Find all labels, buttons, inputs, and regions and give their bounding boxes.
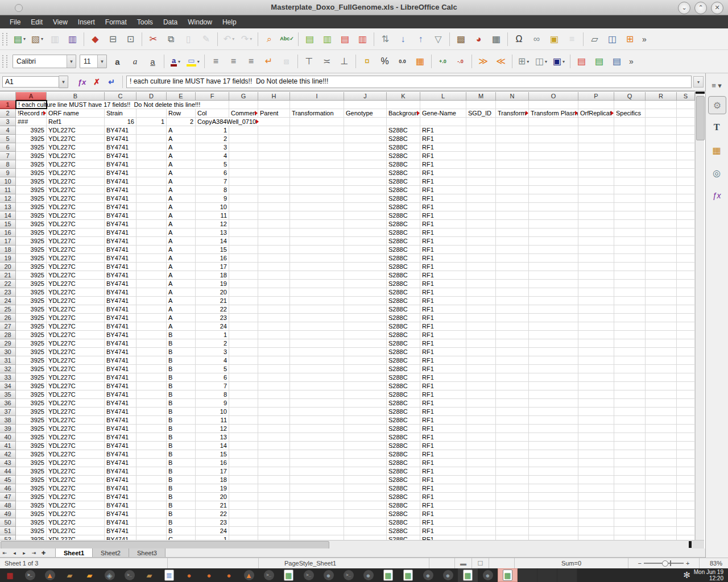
cell-K19[interactable]: S288C xyxy=(387,254,420,263)
cell-B36[interactable]: YDL227C xyxy=(47,399,105,408)
cell-O4[interactable] xyxy=(529,126,578,135)
cell-O47[interactable] xyxy=(529,493,578,501)
cell-N23[interactable] xyxy=(496,288,529,297)
gallery-icon[interactable]: ▦ xyxy=(708,142,725,159)
cell-I33[interactable] xyxy=(290,373,344,382)
cell-I14[interactable] xyxy=(290,211,344,220)
cell-D37[interactable] xyxy=(136,408,167,416)
cell-D6[interactable] xyxy=(136,143,167,152)
cell-D2[interactable] xyxy=(136,109,167,118)
cell-H50[interactable] xyxy=(258,518,290,527)
cell-A17[interactable]: 3925 xyxy=(16,237,47,246)
taskbar-item[interactable]: ≣ xyxy=(159,568,179,582)
cell-H43[interactable] xyxy=(258,459,290,467)
cell-A13[interactable]: 3925 xyxy=(16,203,47,211)
cell-C3[interactable]: 16 xyxy=(105,118,136,126)
cell-O49[interactable] xyxy=(529,510,578,518)
cell-B16[interactable]: YDL227C xyxy=(47,228,105,237)
cell-A15[interactable]: 3925 xyxy=(16,220,47,228)
cell-G42[interactable] xyxy=(229,450,258,459)
row-header-7[interactable]: 7 xyxy=(0,152,16,160)
cell-C34[interactable]: BY4741 xyxy=(105,382,136,390)
cell-G46[interactable] xyxy=(229,484,258,493)
cell-M5[interactable] xyxy=(466,135,496,143)
cell-H49[interactable] xyxy=(258,510,290,518)
cell-S11[interactable] xyxy=(677,186,695,194)
horizontal-scrollbar[interactable] xyxy=(0,540,692,548)
cell-I26[interactable] xyxy=(290,314,344,322)
cell-H26[interactable] xyxy=(258,314,290,322)
cell-Q20[interactable] xyxy=(614,263,646,271)
cell-G32[interactable] xyxy=(229,365,258,373)
cell-N6[interactable] xyxy=(496,143,529,152)
cell-K4[interactable]: S288C xyxy=(387,126,420,135)
cell-Q34[interactable] xyxy=(614,382,646,390)
cell-R19[interactable] xyxy=(646,254,677,263)
cell-K37[interactable]: S288C xyxy=(387,408,420,416)
expand-formula-bar-icon[interactable]: ▾ xyxy=(693,76,704,88)
cell-G6[interactable] xyxy=(229,143,258,152)
cell-J28[interactable] xyxy=(344,331,387,339)
cell-A52[interactable]: 3925 xyxy=(16,535,47,540)
cell-N24[interactable] xyxy=(496,297,529,305)
cell-R48[interactable] xyxy=(646,501,677,510)
cell-P44[interactable] xyxy=(578,467,614,476)
cell-N50[interactable] xyxy=(496,518,529,527)
cell-R10[interactable] xyxy=(646,177,677,186)
cell-B8[interactable]: YDL227C xyxy=(47,160,105,169)
cell-B42[interactable]: YDL227C xyxy=(47,450,105,459)
cell-O40[interactable] xyxy=(529,433,578,442)
cell-S4[interactable] xyxy=(677,126,695,135)
cell-E23[interactable]: A xyxy=(167,288,196,297)
cell-I22[interactable] xyxy=(290,280,344,288)
cell-R34[interactable] xyxy=(646,382,677,390)
cell-B21[interactable]: YDL227C xyxy=(47,271,105,280)
cell-L23[interactable]: RF1 xyxy=(420,288,466,297)
cell-I52[interactable] xyxy=(290,535,344,540)
cell-R6[interactable] xyxy=(646,143,677,152)
cell-J42[interactable] xyxy=(344,450,387,459)
chevron-down-icon[interactable]: ▾ xyxy=(232,36,234,41)
cell-A46[interactable]: 3925 xyxy=(16,484,47,493)
cell-L46[interactable]: RF1 xyxy=(420,484,466,493)
cell-C13[interactable]: BY4741 xyxy=(105,203,136,211)
cell-D12[interactable] xyxy=(136,194,167,203)
accept-button[interactable]: ↵ xyxy=(104,75,119,89)
cell-H14[interactable] xyxy=(258,211,290,220)
cell-E16[interactable]: A xyxy=(167,228,196,237)
cell-A31[interactable]: 3925 xyxy=(16,356,47,365)
cell-L21[interactable]: RF1 xyxy=(420,271,466,280)
cell-Q49[interactable] xyxy=(614,510,646,518)
cell-E48[interactable]: B xyxy=(167,501,196,510)
cell-S8[interactable] xyxy=(677,160,695,169)
cell-A11[interactable]: 3925 xyxy=(16,186,47,194)
cell-J21[interactable] xyxy=(344,271,387,280)
cell-M16[interactable] xyxy=(466,228,496,237)
cell-H25[interactable] xyxy=(258,305,290,314)
cell-Q29[interactable] xyxy=(614,339,646,348)
cell-G34[interactable] xyxy=(229,382,258,390)
cell-E18[interactable]: A xyxy=(167,246,196,254)
cell-C49[interactable]: BY4741 xyxy=(105,510,136,518)
cell-S17[interactable] xyxy=(677,237,695,246)
cell-I49[interactable] xyxy=(290,510,344,518)
cell-Q39[interactable] xyxy=(614,425,646,433)
cell-R40[interactable] xyxy=(646,433,677,442)
cell-O12[interactable] xyxy=(529,194,578,203)
cell-A42[interactable]: 3925 xyxy=(16,450,47,459)
cell-Q22[interactable] xyxy=(614,280,646,288)
cell-O31[interactable] xyxy=(529,356,578,365)
cell-A44[interactable]: 3925 xyxy=(16,467,47,476)
cell-C31[interactable]: BY4741 xyxy=(105,356,136,365)
chevron-down-icon[interactable]: ▼ xyxy=(67,55,76,68)
cell-L39[interactable]: RF1 xyxy=(420,425,466,433)
cell-L31[interactable]: RF1 xyxy=(420,356,466,365)
cell-F7[interactable]: 4 xyxy=(196,152,229,160)
cell-J47[interactable] xyxy=(344,493,387,501)
cell-I18[interactable] xyxy=(290,246,344,254)
cell-A45[interactable]: 3925 xyxy=(16,476,47,484)
cell-M38[interactable] xyxy=(466,416,496,425)
cell-J52[interactable] xyxy=(344,535,387,540)
cell-D4[interactable] xyxy=(136,126,167,135)
cell-B14[interactable]: YDL227C xyxy=(47,211,105,220)
